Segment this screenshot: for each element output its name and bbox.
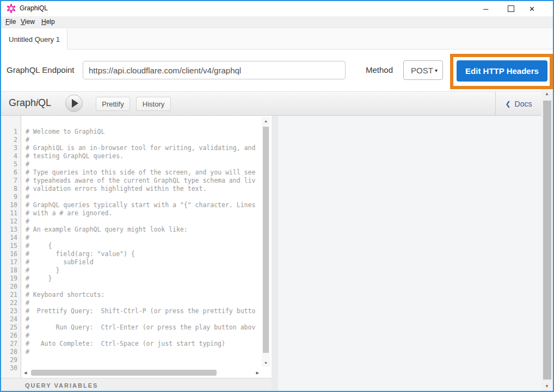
tab-strip xyxy=(1,29,553,49)
chevron-left-icon: ❮ xyxy=(506,100,511,108)
code-line[interactable]: # xyxy=(26,299,261,307)
code-line[interactable]: # } xyxy=(26,266,261,275)
code-line[interactable]: # testing GraphQL queries. xyxy=(26,152,261,160)
line-number: 3 xyxy=(1,144,21,152)
line-number: 1 xyxy=(1,128,21,136)
endpoint-label: GraphQL Endpoint xyxy=(7,61,75,79)
chevron-down-icon: ▾ xyxy=(435,67,438,73)
code-line[interactable]: # xyxy=(26,136,261,144)
code-line[interactable]: # xyxy=(26,217,261,226)
line-number: 30 xyxy=(1,364,21,372)
code-line[interactable]: # xyxy=(26,193,261,201)
endpoint-url-input[interactable] xyxy=(83,61,346,79)
close-button[interactable]: ✕ xyxy=(520,1,544,16)
line-number: 14 xyxy=(1,234,21,242)
scroll-up-icon[interactable]: ▲ xyxy=(264,119,268,123)
code-line[interactable]: # field(arg: "value") { xyxy=(26,250,261,258)
line-number: 29 xyxy=(1,356,21,364)
query-variables-bar[interactable]: QUERY VARIABLES xyxy=(1,378,272,392)
line-number: 16 xyxy=(1,250,21,258)
code-line[interactable]: # xyxy=(26,160,261,169)
line-number: 26 xyxy=(1,332,21,340)
line-number: 2 xyxy=(1,136,21,144)
menu-help[interactable]: Help xyxy=(41,18,55,26)
code-line[interactable]: # Auto Complete: Ctrl-Space (or just sta… xyxy=(26,340,261,348)
line-number: 7 xyxy=(1,177,21,185)
graphql-logo-icon xyxy=(7,4,16,13)
code-line[interactable]: # xyxy=(26,283,261,291)
scroll-up-icon[interactable]: ▲ xyxy=(545,92,549,96)
scroll-right-icon[interactable]: ▶ xyxy=(256,371,259,375)
code-line[interactable]: # GraphiQL is an in-browser tool for wri… xyxy=(26,144,261,152)
code-line[interactable]: # xyxy=(26,315,261,323)
tab-label: Untitled Query 1 xyxy=(9,35,60,43)
menu-view[interactable]: View xyxy=(21,18,35,26)
line-number: 12 xyxy=(1,217,21,226)
title-bar[interactable]: GraphiQL ─ ✕ xyxy=(1,1,553,16)
code-lines[interactable]: # Welcome to GraphiQL## GraphiQL is an i… xyxy=(22,116,261,367)
line-number: 22 xyxy=(1,299,21,307)
method-selected-value: POST xyxy=(411,66,435,75)
code-line[interactable]: # An example GraphQL query might look li… xyxy=(26,226,261,234)
code-line[interactable]: # validation errors highlighted within t… xyxy=(26,185,261,193)
pane-divider[interactable] xyxy=(272,116,278,392)
app-window: GraphiQL ─ ✕ File View Help Untitled Que… xyxy=(0,0,554,392)
method-label: Method xyxy=(366,61,393,79)
query-variables-title: QUERY VARIABLES xyxy=(25,382,98,389)
code-line[interactable]: # xyxy=(26,234,261,242)
minimize-icon: ─ xyxy=(483,5,488,13)
docs-label: Docs xyxy=(515,99,532,108)
scroll-down-icon[interactable]: ▼ xyxy=(264,361,268,365)
scroll-down-icon[interactable]: ▼ xyxy=(545,384,549,389)
line-number: 13 xyxy=(1,226,21,234)
line-number: 11 xyxy=(1,209,21,217)
code-line[interactable]: # xyxy=(26,332,261,340)
line-number: 10 xyxy=(1,201,21,209)
code-line[interactable]: # Run Query: Ctrl-Enter (or press the pl… xyxy=(26,323,261,332)
graphiql-logo: GraphiQL xyxy=(9,97,51,109)
line-number: 20 xyxy=(1,283,21,291)
window-vertical-scroll-thumb[interactable] xyxy=(543,101,551,379)
edit-http-headers-button[interactable]: Edit HTTP Headers xyxy=(457,60,547,82)
code-line[interactable]: # { xyxy=(26,242,261,250)
menu-bar xyxy=(1,16,553,28)
code-line[interactable]: # subField xyxy=(26,258,261,266)
code-line[interactable]: # GraphQL queries typically start with a… xyxy=(26,201,261,209)
execute-query-button[interactable] xyxy=(65,95,83,112)
tab-untitled-query[interactable]: Untitled Query 1 xyxy=(1,29,67,49)
menu-file[interactable]: File xyxy=(5,18,16,26)
code-line[interactable]: # xyxy=(26,348,261,356)
code-line[interactable]: # Prettify Query: Shift-Ctrl-P (or press… xyxy=(26,307,261,315)
line-number: 9 xyxy=(1,193,21,201)
window-title: GraphiQL xyxy=(20,4,48,12)
line-number: 15 xyxy=(1,242,21,250)
code-line[interactable]: # with a # are ignored. xyxy=(26,209,261,217)
line-number: 4 xyxy=(1,152,21,160)
line-number: 19 xyxy=(1,275,21,283)
line-number: 17 xyxy=(1,258,21,266)
line-number: 23 xyxy=(1,307,21,315)
docs-toggle-link[interactable]: ❮ Docs xyxy=(496,91,541,116)
editor-vertical-scroll-thumb[interactable] xyxy=(263,127,269,353)
line-number: 24 xyxy=(1,315,21,323)
code-line[interactable]: # } xyxy=(26,275,261,283)
line-number: 5 xyxy=(1,160,21,169)
code-line[interactable]: # typeaheads aware of the current GraphQ… xyxy=(26,177,261,185)
scroll-left-icon[interactable]: ◀ xyxy=(24,371,27,375)
line-number: 27 xyxy=(1,340,21,348)
editor-horizontal-scroll-thumb[interactable] xyxy=(31,370,217,376)
code-line[interactable]: # Type queries into this side of the scr… xyxy=(26,169,261,177)
code-line[interactable]: # Keyboard shortcuts: xyxy=(26,291,261,299)
minimize-button[interactable]: ─ xyxy=(473,1,498,16)
method-select[interactable]: POST ▾ xyxy=(403,60,443,80)
maximize-icon xyxy=(508,5,514,12)
line-number: 8 xyxy=(1,185,21,193)
line-number: 6 xyxy=(1,169,21,177)
prettify-button[interactable]: Prettify xyxy=(96,97,130,111)
close-icon: ✕ xyxy=(529,5,535,13)
history-button[interactable]: History xyxy=(136,97,171,111)
code-line[interactable]: # Welcome to GraphiQL xyxy=(26,128,261,136)
line-number: 28 xyxy=(1,348,21,356)
play-icon xyxy=(72,99,78,108)
line-number: 25 xyxy=(1,323,21,332)
